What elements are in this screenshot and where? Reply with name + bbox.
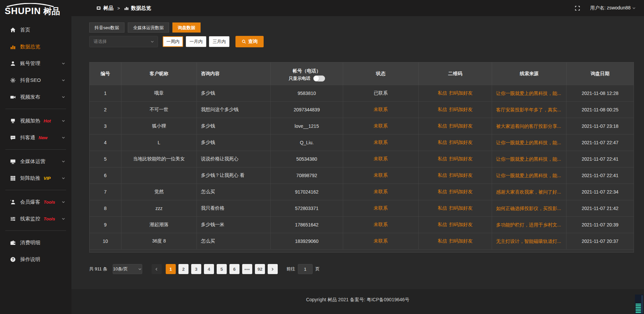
- source-link[interactable]: 让你一眼就爱上的黑科技，能...: [496, 135, 561, 151]
- range-button[interactable]: 三月内: [209, 36, 229, 47]
- source-link[interactable]: 让你一眼就爱上的黑科技，能...: [496, 151, 561, 167]
- qrcode-link[interactable]: 扫码加好友: [449, 90, 473, 96]
- qrcode-link[interactable]: 私信: [438, 222, 447, 228]
- phone-toggle-label: 只显示电话: [289, 75, 311, 82]
- sidebar-item-matrix-boost[interactable]: 矩阵助推 VIP: [0, 170, 71, 187]
- qrcode-link[interactable]: 扫码加好友: [449, 189, 473, 195]
- source-link[interactable]: 客厅安装投影半年多了，真实...: [496, 102, 561, 118]
- sidebar-item-instructions[interactable]: ? 操作说明: [0, 251, 71, 268]
- source-link[interactable]: 让你一眼就爱上的黑科技，能...: [496, 85, 561, 101]
- column-header: 询盘日期: [567, 62, 634, 85]
- cell-account: 183929060: [271, 233, 343, 249]
- page-button[interactable]: 1: [166, 264, 176, 274]
- qrcode-link[interactable]: 扫码加好友: [449, 107, 473, 113]
- user-menu[interactable]: 用户名: zswodun88: [590, 5, 636, 11]
- source-link[interactable]: 无主灯设计，智能磁吸轨道灯...: [496, 233, 561, 249]
- qrcode-link[interactable]: 扫码加好友: [449, 140, 473, 146]
- breadcrumb-home-label: 树品: [103, 5, 113, 11]
- sidebar-item-douyin-seo[interactable]: 抖音SEO: [0, 72, 71, 89]
- qrcode-link[interactable]: 私信: [438, 189, 447, 195]
- qrcode-link[interactable]: 私信: [438, 90, 447, 96]
- page-more-button[interactable]: •••: [242, 264, 252, 274]
- next-page-button[interactable]: [268, 264, 278, 274]
- qrcode-link[interactable]: 扫码加好友: [449, 205, 473, 211]
- qrcode-link[interactable]: 扫码加好友: [449, 222, 473, 228]
- cell-account: love__1215: [271, 118, 343, 134]
- prev-page-button[interactable]: [152, 264, 162, 274]
- cell-source: 被大家追着问的客厅投影分享...: [492, 118, 567, 134]
- cell-nickname: 狐小狸: [121, 118, 197, 134]
- page-button[interactable]: 5: [217, 264, 227, 274]
- sidebar-item-video-publish[interactable]: 视频发布: [0, 89, 71, 105]
- help-icon: ?: [10, 257, 16, 262]
- cell-account: 917024162: [271, 184, 343, 200]
- goto-page-input[interactable]: [298, 264, 313, 274]
- cell-account: 572803371: [271, 200, 343, 216]
- tab-inquiry-data[interactable]: 询盘数据: [172, 22, 201, 33]
- qrcode-link[interactable]: 私信: [438, 238, 447, 244]
- brand-icon: [96, 6, 101, 10]
- logo-text-cn: 树品: [43, 6, 60, 17]
- cell-content: 多少钱: [197, 118, 271, 134]
- page-button[interactable]: 92: [255, 264, 265, 274]
- cell-date: 2021-11-08 12:28: [567, 85, 634, 101]
- cell-status: 未联系: [343, 102, 419, 118]
- cell-account: 50534380: [271, 151, 343, 167]
- qrcode-link[interactable]: 私信: [438, 205, 447, 211]
- date-range-group: 一周内一月内三月内: [163, 36, 229, 47]
- filter-select[interactable]: 请选择: [89, 36, 158, 47]
- data-tabs: 抖音seo数据全媒体运营数据询盘数据: [89, 22, 634, 33]
- range-button[interactable]: 一月内: [186, 36, 206, 47]
- sidebar-item-home[interactable]: 首页: [0, 21, 71, 38]
- cell-id: 3: [90, 118, 121, 134]
- qrcode-link[interactable]: 扫码加好友: [449, 172, 473, 178]
- qrcode-link[interactable]: 扫码加好友: [449, 238, 473, 244]
- qrcode-link[interactable]: 私信: [438, 172, 447, 178]
- chat-icon: [10, 135, 16, 141]
- pagination: 共 911 条 10条/页 123456•••92 前往: [89, 264, 634, 274]
- sidebar-item-video-heating[interactable]: 视频加热 Hot: [0, 112, 71, 129]
- qrcode-link[interactable]: 扫码加好友: [449, 156, 473, 162]
- cell-qrcode: 私信扫码加好友: [419, 85, 492, 101]
- sidebar-item-douketong[interactable]: 抖客通 New: [0, 129, 71, 146]
- sidebar-item-member-burst[interactable]: 会员爆客 Tools: [0, 194, 71, 210]
- breadcrumb-current[interactable]: 数据总览: [124, 5, 151, 11]
- source-link[interactable]: 被大家追着问的客厅投影分享...: [496, 118, 561, 134]
- table-row: 3 狐小狸 多少钱 love__1215 未联系 私信扫码加好友 被大家追着问的…: [90, 118, 634, 134]
- sidebar-item-label: 消费明细: [20, 240, 40, 246]
- table-row: 2 不可一世 我想问这个多少钱 2097344839 未联系 私信扫码加好友 客…: [90, 101, 634, 118]
- sidebar-item-lead-monitor[interactable]: 线索监控 Tools: [0, 210, 71, 227]
- query-button[interactable]: 查询: [235, 36, 264, 47]
- tab-douyin-seo-data[interactable]: 抖音seo数据: [89, 22, 124, 33]
- qrcode-link[interactable]: 私信: [438, 140, 447, 146]
- phone-only-toggle[interactable]: [313, 75, 325, 82]
- source-link[interactable]: 让你一眼就爱上的黑科技，能...: [496, 167, 561, 184]
- app-root: SHUPIN 树品 首页 数据总览 账号管理 抖音SEO 视频发布 视频加热 H…: [0, 0, 644, 314]
- source-link[interactable]: 如何正确选择投影仪，买投影...: [496, 200, 561, 216]
- sidebar-item-data-overview[interactable]: 数据总览: [0, 38, 71, 55]
- source-link[interactable]: 感谢大家喜欢我家，被问了好...: [496, 184, 561, 200]
- sidebar-item-account-management[interactable]: 账号管理: [0, 55, 71, 72]
- chevron-down-icon: [150, 40, 154, 44]
- page-button[interactable]: 2: [178, 264, 189, 274]
- qrcode-link[interactable]: 私信: [438, 123, 447, 129]
- page-buttons: 123456•••92: [164, 264, 266, 274]
- qrcode-link[interactable]: 私信: [438, 156, 447, 162]
- page-size-select[interactable]: 10条/页: [113, 264, 142, 274]
- breadcrumb-home[interactable]: 树品: [96, 5, 113, 11]
- fullscreen-icon[interactable]: [575, 6, 580, 11]
- cell-date: 2021-11-07 22:47: [567, 135, 634, 151]
- footer: Copyright 树品 2021 备案号: 粤ICP备09019646号: [71, 289, 644, 314]
- sidebar-item-consumption-detail[interactable]: 消费明细: [0, 234, 71, 251]
- qrcode-link[interactable]: 扫码加好友: [449, 123, 473, 129]
- page-button[interactable]: 4: [204, 264, 214, 274]
- qrcode-link[interactable]: 私信: [438, 107, 447, 113]
- page-button[interactable]: 6: [229, 264, 239, 274]
- range-button[interactable]: 一周内: [163, 36, 183, 47]
- source-link[interactable]: 多功能护栏灯，适用于乡村文...: [496, 217, 561, 233]
- tab-omni-media-data[interactable]: 全媒体运营数据: [128, 22, 169, 33]
- sidebar-item-omni-media[interactable]: 全媒体运营: [0, 153, 71, 170]
- page-button[interactable]: 3: [191, 264, 201, 274]
- home-icon: [10, 27, 16, 33]
- stats-meter-bars: [636, 304, 641, 313]
